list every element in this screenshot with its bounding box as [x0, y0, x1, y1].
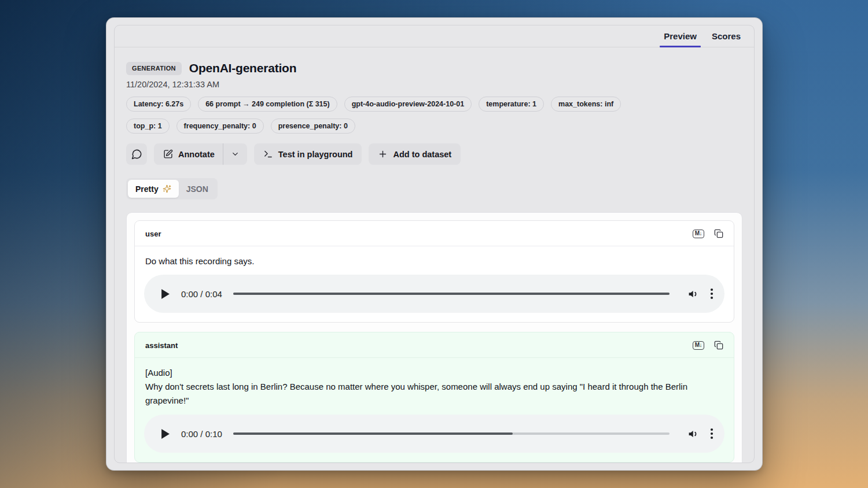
chevron-down-icon — [231, 150, 240, 158]
tab-bar: Preview Scores — [115, 25, 754, 47]
max-tokens-badge: max_tokens: inf — [551, 97, 621, 112]
volume-icon[interactable] — [688, 428, 699, 439]
audio-progress — [233, 293, 670, 295]
more-options-icon[interactable] — [710, 428, 713, 439]
terminal-icon — [263, 149, 273, 159]
peek-dialog: Preview Scores GENERATION OpenAI-generat… — [106, 17, 763, 471]
message-text: Do what this recording says. — [144, 254, 724, 268]
audio-seek-bar[interactable] — [233, 432, 670, 435]
tab-preview[interactable]: Preview — [656, 25, 704, 47]
message-text: Why don't secrets last long in Berlin? B… — [144, 380, 724, 408]
action-bar: Annotate Test in playground — [126, 143, 742, 165]
assistant-message-body: [Audio] Why don't secrets last long in B… — [135, 358, 734, 462]
peek-dialog-inner: Preview Scores GENERATION OpenAI-generat… — [114, 25, 755, 463]
temperature-badge: temperature: 1 — [479, 97, 544, 112]
comment-icon — [131, 149, 142, 160]
title-row: GENERATION OpenAI-generation — [126, 61, 742, 75]
presence-penalty-badge: presence_penalty: 0 — [271, 119, 355, 134]
role-label: assistant — [145, 341, 178, 350]
audio-tag-text: [Audio] — [144, 366, 724, 380]
badge-row: top_p: 1 frequency_penalty: 0 presence_p… — [126, 119, 742, 134]
more-options-icon[interactable] — [710, 288, 713, 300]
header-icons: M↓ — [693, 341, 723, 350]
audio-player: 0:00 / 0:04 — [144, 275, 724, 313]
model-badge: gpt-4o-audio-preview-2024-10-01 — [344, 97, 472, 112]
audio-seek-bar[interactable] — [233, 293, 670, 295]
volume-icon[interactable] — [688, 289, 699, 300]
user-message-header: user M↓ — [135, 221, 734, 246]
timestamp: 11/20/2024, 12:31:33 AM — [126, 80, 742, 89]
token-usage-badge: 66 prompt → 249 completion (Σ 315) — [198, 97, 337, 112]
markdown-toggle-icon[interactable]: M↓ — [693, 341, 704, 350]
page-title: OpenAI-generation — [189, 61, 296, 75]
annotate-dropdown-button[interactable] — [223, 143, 247, 165]
square-pen-icon — [163, 149, 173, 159]
markdown-toggle-icon[interactable]: M↓ — [693, 230, 704, 238]
latency-badge: Latency: 6.27s — [126, 97, 191, 112]
frequency-penalty-badge: frequency_penalty: 0 — [176, 119, 264, 134]
plus-icon — [378, 149, 388, 159]
pretty-json-toggle: Pretty JSON — [126, 178, 218, 199]
user-message-card: user M↓ Do what this recording says. — [134, 220, 734, 323]
assistant-message-header: assistant M↓ — [135, 332, 734, 358]
header-icons: M↓ — [693, 229, 723, 238]
audio-time: 0:00 / 0:04 — [181, 289, 222, 299]
role-label: user — [145, 230, 161, 238]
audio-progress — [233, 432, 513, 435]
badge-row: Latency: 6.27s 66 prompt → 249 completio… — [126, 97, 742, 112]
json-label: JSON — [186, 184, 208, 194]
annotate-button[interactable]: Annotate — [154, 143, 223, 165]
play-icon[interactable] — [159, 287, 172, 301]
comment-button[interactable] — [126, 143, 147, 165]
test-in-playground-button[interactable]: Test in playground — [254, 143, 362, 165]
annotate-split-button: Annotate — [154, 143, 247, 165]
tab-scores[interactable]: Scores — [704, 25, 748, 47]
pretty-view-button[interactable]: Pretty — [128, 180, 179, 198]
pretty-label: Pretty — [135, 184, 159, 194]
observation-type-badge: GENERATION — [126, 62, 182, 75]
metadata-badges: Latency: 6.27s 66 prompt → 249 completio… — [126, 97, 742, 134]
add-to-dataset-button[interactable]: Add to dataset — [369, 143, 461, 165]
json-view-button[interactable]: JSON — [179, 180, 216, 198]
play-icon[interactable] — [159, 427, 172, 441]
audio-player: 0:00 / 0:10 — [144, 415, 724, 453]
generation-detail: GENERATION OpenAI-generation 11/20/2024,… — [115, 47, 754, 463]
top-p-badge: top_p: 1 — [126, 119, 170, 134]
assistant-message-card: assistant M↓ [Audio] Why don't secrets l… — [134, 332, 734, 463]
io-preview: user M↓ Do what this recording says. — [126, 212, 742, 463]
audio-time: 0:00 / 0:10 — [181, 429, 222, 439]
add-to-dataset-label: Add to dataset — [393, 150, 451, 159]
test-in-playground-label: Test in playground — [278, 150, 353, 159]
annotate-label: Annotate — [178, 150, 215, 159]
copy-icon[interactable] — [714, 229, 723, 238]
user-message-body: Do what this recording says. 0:00 / 0:04 — [135, 246, 734, 322]
sparkles-icon — [163, 184, 171, 193]
copy-icon[interactable] — [714, 341, 723, 350]
